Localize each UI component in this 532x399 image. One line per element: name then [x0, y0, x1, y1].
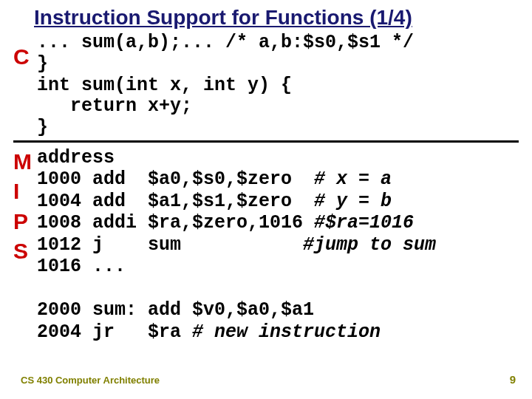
c-line: }: [37, 53, 48, 75]
mips-comment: #jump to sum: [303, 234, 436, 256]
slide-title: Instruction Support for Functions (1/4): [34, 6, 519, 30]
mips-line: 1004 add $a1,$s1,$zero: [37, 191, 314, 212]
c-section: C ... sum(a,b);... /* a,b:$s0,$s1 */ } i…: [13, 33, 519, 143]
label-c: C: [13, 46, 37, 68]
c-code-block: ... sum(a,b);... /* a,b:$s0,$s1 */ } int…: [37, 33, 414, 139]
mips-code-block: address 1000 add $a0,$s0,$zero # x = a 1…: [37, 147, 436, 344]
c-line: int sum(int x, int y) {: [37, 75, 292, 96]
mips-line: 2000 sum: add $v0,$a0,$a1: [37, 299, 314, 321]
c-line: ... sum(a,b);... /* a,b:$s0,$s1 */: [37, 32, 414, 53]
footer-text: CS 430 Computer Architecture: [21, 375, 160, 386]
mips-section: M I P S address 1000 add $a0,$s0,$zero #…: [13, 147, 519, 344]
mips-comment: # y = b: [314, 191, 392, 212]
mips-line: 1016 ...: [37, 256, 126, 277]
c-line: return x+y;: [37, 95, 192, 117]
mips-line: address: [37, 147, 115, 168]
mips-comment: # new instruction: [192, 321, 381, 343]
mips-line: 2004 jr $ra: [37, 321, 192, 343]
mips-comment: # x = a: [314, 168, 392, 190]
mips-line: 1000 add $a0,$s0,$zero: [37, 168, 314, 190]
c-line: }: [37, 117, 48, 138]
label-mips: M I P S: [13, 147, 37, 267]
mips-line: 1012 j sum: [37, 234, 303, 256]
mips-comment: #$ra=1016: [314, 212, 414, 233]
page-number: 9: [510, 373, 516, 386]
mips-line: 1008 addi $ra,$zero,1016: [37, 212, 314, 233]
